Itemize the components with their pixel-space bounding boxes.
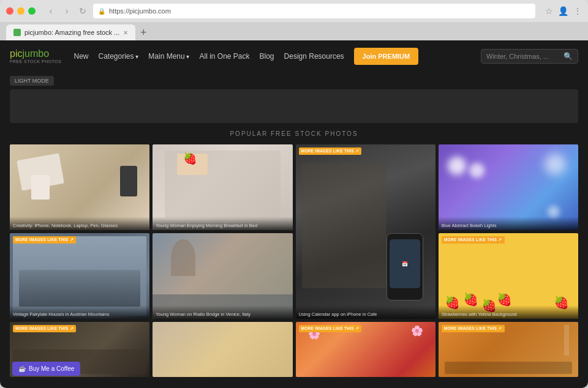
- photo-caption-2: Young Woman Enjoying Morning Breakfast i…: [153, 217, 292, 230]
- photo-item-1[interactable]: Creativity: iPhone, Notebook, Laptop, Pe…: [10, 144, 149, 230]
- close-button[interactable]: [6, 7, 13, 15]
- logo-tagline: FREE STOCK PHOTOS: [10, 59, 61, 64]
- nav-new[interactable]: New: [74, 52, 88, 61]
- photo-item-3[interactable]: 📅 MORE IMAGES LIKE THIS Using Calendar a…: [296, 144, 435, 319]
- logo-jumbo: jumbo: [22, 48, 49, 59]
- banner: [10, 89, 578, 123]
- search-bar[interactable]: 🔍: [481, 49, 578, 64]
- photo-caption-4: Blue Abstract Bokeh Lights: [439, 217, 578, 230]
- photo-item-10[interactable]: 🌸 🌸 MORE IMAGES LIKE THIS: [296, 322, 435, 377]
- photo-badge-11: MORE IMAGES LIKE THIS: [442, 325, 505, 332]
- tab-title: picjumbo: Amazing free stock ...: [24, 29, 119, 36]
- lock-icon: 🔒: [98, 8, 105, 15]
- photo-caption-3: Using Calendar app on iPhone in Cafe: [296, 305, 435, 319]
- photo-item-5[interactable]: MORE IMAGES LIKE THIS Vintage Fairytale …: [10, 233, 149, 319]
- maximize-button[interactable]: [28, 7, 36, 15]
- refresh-button[interactable]: ↻: [77, 6, 88, 17]
- photo-item-6[interactable]: Young Woman on Rialto Bridge in Venice, …: [153, 233, 292, 319]
- join-premium-button[interactable]: Join PREMIUM: [354, 48, 419, 65]
- search-input[interactable]: [486, 53, 560, 60]
- site-logo[interactable]: picjumbo FREE STOCK PHOTOS: [10, 49, 61, 64]
- minimize-button[interactable]: [17, 7, 24, 15]
- logo-pic: pic: [10, 48, 22, 59]
- bookmark-icon[interactable]: ☆: [545, 6, 553, 16]
- photo-caption-1: Creativity: iPhone, Notebook, Laptop, Pe…: [10, 217, 149, 230]
- site-navbar: picjumbo FREE STOCK PHOTOS New Categorie…: [0, 40, 588, 72]
- photo-grid: Creativity: iPhone, Notebook, Laptop, Pe…: [0, 144, 588, 387]
- search-icon[interactable]: 🔍: [564, 52, 573, 61]
- photo-badge-8: MORE IMAGES LIKE THIS: [13, 325, 76, 332]
- nav-design-resources[interactable]: Design Resources: [284, 52, 344, 61]
- photo-item-9[interactable]: [153, 322, 292, 377]
- browser-window: ‹ › ↻ 🔒 https://picjumbo.com ☆ 👤 ⋮ picju…: [0, 0, 588, 388]
- back-button[interactable]: ‹: [45, 6, 56, 17]
- photo-item-2[interactable]: 🍓 Young Woman Enjoying Morning Breakfast…: [153, 144, 292, 230]
- new-tab-button[interactable]: +: [135, 24, 151, 40]
- photo-item-11[interactable]: MORE IMAGES LIKE THIS: [439, 322, 578, 377]
- nav-links: New Categories Main Menu All in One Pack…: [74, 48, 418, 65]
- forward-button[interactable]: ›: [61, 6, 72, 17]
- nav-all-in-one[interactable]: All in One Pack: [199, 52, 249, 61]
- account-icon[interactable]: 👤: [558, 6, 568, 16]
- nav-categories[interactable]: Categories: [99, 52, 139, 61]
- nav-main-menu[interactable]: Main Menu: [148, 52, 189, 61]
- coffee-label: Buy Me a Coffee: [29, 365, 74, 372]
- tab-close-button[interactable]: ✕: [123, 29, 128, 36]
- photo-badge-3: MORE IMAGES LIKE THIS: [299, 147, 362, 155]
- light-mode-badge[interactable]: LIGHT MODE: [10, 76, 54, 86]
- browser-titlebar: ‹ › ↻ 🔒 https://picjumbo.com ☆ 👤 ⋮: [0, 0, 588, 22]
- address-bar[interactable]: 🔒 https://picjumbo.com: [93, 4, 535, 18]
- photo-caption-7: Strawberries with Yellow Background: [439, 305, 578, 319]
- photo-item-7[interactable]: 🍓 🍓 🍓 🍓 🍓 MORE IMAGES LIKE THIS Strawber…: [439, 233, 578, 319]
- menu-icon[interactable]: ⋮: [573, 6, 582, 16]
- photo-badge-10: MORE IMAGES LIKE THIS: [299, 325, 362, 332]
- photo-badge-5: MORE IMAGES LIKE THIS: [13, 236, 76, 244]
- buy-coffee-button[interactable]: ☕ Buy Me a Coffee: [12, 362, 80, 376]
- active-tab[interactable]: picjumbo: Amazing free stock ... ✕: [6, 24, 135, 40]
- url-text: https://picjumbo.com: [109, 7, 171, 15]
- photo-caption-5: Vintage Fairytale Houses in Austrian Mou…: [10, 305, 149, 319]
- photo-item-4[interactable]: Blue Abstract Bokeh Lights: [439, 144, 578, 230]
- photo-badge-7: MORE IMAGES LIKE THIS: [442, 236, 505, 244]
- tab-favicon: [13, 29, 21, 36]
- section-title: POPULAR FREE STOCK PHOTOS: [0, 130, 588, 137]
- browser-nav: ‹ › ↻ 🔒 https://picjumbo.com ☆ 👤 ⋮: [45, 4, 582, 18]
- photo-caption-6: Young Woman on Rialto Bridge in Venice, …: [153, 305, 292, 319]
- website-content: picjumbo FREE STOCK PHOTOS New Categorie…: [0, 40, 588, 388]
- nav-blog[interactable]: Blog: [260, 52, 274, 61]
- tab-bar: picjumbo: Amazing free stock ... ✕ +: [0, 22, 588, 40]
- coffee-icon: ☕: [18, 365, 26, 372]
- browser-actions: ☆ 👤 ⋮: [545, 6, 582, 16]
